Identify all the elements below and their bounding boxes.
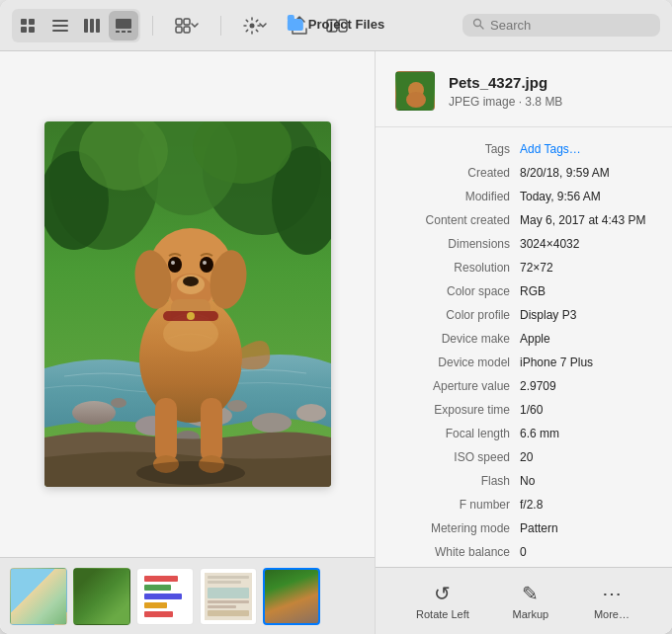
svg-rect-12 bbox=[122, 31, 126, 33]
separator-2 bbox=[220, 16, 221, 36]
meta-value: 6.6 mm bbox=[520, 425, 656, 442]
meta-label: Tags bbox=[391, 140, 520, 158]
svg-rect-1 bbox=[29, 19, 35, 25]
meta-value: Apple bbox=[520, 330, 656, 348]
title-bar: Project Files bbox=[0, 0, 672, 51]
meta-label: ISO speed bbox=[391, 448, 520, 466]
markup-label: Markup bbox=[513, 608, 549, 620]
meta-label: Device model bbox=[391, 354, 520, 371]
svg-point-36 bbox=[111, 398, 126, 408]
meta-value[interactable]: Add Tags… bbox=[520, 140, 656, 158]
markup-icon: ✎ bbox=[522, 582, 539, 605]
meta-label: Dimensions bbox=[391, 235, 520, 253]
meta-label: Focal length bbox=[391, 425, 520, 442]
left-panel bbox=[0, 51, 376, 634]
svg-point-45 bbox=[200, 257, 213, 273]
meta-value: iPhone 7 Plus bbox=[520, 354, 656, 371]
meta-label: Aperture value bbox=[391, 377, 520, 395]
meta-row: Aperture value2.9709 bbox=[391, 374, 656, 398]
thumbnail-3[interactable] bbox=[136, 568, 194, 625]
metadata-section: TagsAdd Tags…Created8/20/18, 9:59 AMModi… bbox=[376, 127, 672, 567]
meta-value: Today, 9:56 AM bbox=[520, 188, 656, 205]
file-subtitle: JPEG image · 3.8 MB bbox=[449, 95, 562, 109]
svg-rect-8 bbox=[90, 19, 94, 33]
svg-rect-17 bbox=[184, 27, 190, 33]
meta-label: Exposure time bbox=[391, 401, 520, 419]
svg-rect-10 bbox=[116, 19, 131, 29]
svg-rect-0 bbox=[21, 19, 27, 25]
more-button[interactable]: ⋯More… bbox=[582, 576, 641, 626]
meta-row: Dimensions3024×4032 bbox=[391, 232, 656, 256]
svg-point-55 bbox=[163, 316, 218, 352]
window-title: Project Files bbox=[288, 17, 384, 32]
list-view-btn[interactable] bbox=[45, 11, 75, 40]
rotate-left-button[interactable]: ↺Rotate Left bbox=[406, 576, 479, 626]
meta-label: Metering mode bbox=[391, 519, 520, 537]
thumbnail-5[interactable] bbox=[263, 568, 320, 625]
view-options-btn[interactable] bbox=[165, 11, 209, 40]
svg-rect-51 bbox=[155, 398, 177, 462]
main-window: Project Files bbox=[0, 0, 672, 634]
svg-rect-11 bbox=[116, 31, 120, 33]
svg-rect-14 bbox=[176, 19, 182, 25]
file-info: Pets_4327.jpg JPEG image · 3.8 MB bbox=[449, 73, 562, 109]
svg-rect-3 bbox=[29, 27, 35, 33]
svg-rect-52 bbox=[201, 398, 222, 462]
meta-value: 8/20/18, 9:59 AM bbox=[520, 164, 656, 182]
meta-row: Device modeliPhone 7 Plus bbox=[391, 351, 656, 374]
meta-row: ISO speed20 bbox=[391, 445, 656, 469]
meta-label: Modified bbox=[391, 188, 520, 205]
settings-btn[interactable] bbox=[233, 11, 277, 40]
thumbnail-strip bbox=[0, 557, 375, 634]
svg-point-34 bbox=[252, 413, 292, 433]
dog-photo-svg bbox=[44, 121, 331, 487]
meta-row: Resolution72×72 bbox=[391, 256, 656, 279]
meta-row: ModifiedToday, 9:56 AM bbox=[391, 185, 656, 208]
meta-row: Created8/20/18, 9:59 AM bbox=[391, 161, 656, 185]
markup-button[interactable]: ✎Markup bbox=[501, 576, 560, 626]
search-bar[interactable] bbox=[462, 14, 660, 37]
meta-value: 2.9709 bbox=[520, 377, 656, 395]
meta-value: Pattern bbox=[520, 519, 656, 537]
meta-label: Color profile bbox=[391, 306, 520, 324]
thumbnail-4[interactable] bbox=[200, 568, 257, 625]
meta-label: Color space bbox=[391, 282, 520, 300]
svg-point-43 bbox=[183, 277, 199, 286]
thumbnail-2[interactable] bbox=[73, 568, 130, 625]
meta-label: F number bbox=[391, 496, 520, 514]
column-view-btn[interactable] bbox=[77, 11, 107, 40]
icon-view-btn[interactable] bbox=[14, 11, 43, 40]
meta-value: 0 bbox=[520, 543, 656, 561]
meta-label: Flash bbox=[391, 472, 520, 490]
svg-rect-13 bbox=[127, 31, 131, 33]
file-header: Pets_4327.jpg JPEG image · 3.8 MB bbox=[376, 51, 672, 127]
svg-rect-9 bbox=[96, 19, 100, 33]
rotate-left-label: Rotate Left bbox=[416, 608, 469, 620]
file-thumbnail bbox=[395, 71, 435, 111]
meta-value: 3024×4032 bbox=[520, 235, 656, 253]
svg-point-58 bbox=[136, 461, 245, 485]
gallery-view-btn[interactable] bbox=[109, 11, 138, 40]
meta-label: Device make bbox=[391, 330, 520, 348]
svg-point-37 bbox=[227, 400, 247, 412]
svg-rect-2 bbox=[21, 27, 27, 33]
meta-row: Color profileDisplay P3 bbox=[391, 303, 656, 327]
meta-row: TagsAdd Tags… bbox=[391, 137, 656, 161]
meta-value: No bbox=[520, 472, 656, 490]
meta-row: White balance0 bbox=[391, 540, 656, 564]
main-content: Pets_4327.jpg JPEG image · 3.8 MB TagsAd… bbox=[0, 51, 672, 634]
meta-value: RGB bbox=[520, 282, 656, 300]
more-label: More… bbox=[594, 608, 630, 620]
meta-row: Exposure time1/60 bbox=[391, 398, 656, 422]
search-input[interactable] bbox=[490, 18, 650, 33]
view-mode-group bbox=[12, 9, 140, 42]
thumbnail-1[interactable] bbox=[10, 568, 67, 625]
svg-point-57 bbox=[187, 312, 195, 320]
meta-value: 72×72 bbox=[520, 259, 656, 277]
svg-rect-6 bbox=[52, 30, 68, 32]
meta-row: F numberf/2.8 bbox=[391, 493, 656, 516]
file-name: Pets_4327.jpg bbox=[449, 73, 562, 93]
meta-label: White balance bbox=[391, 543, 520, 561]
image-preview-area bbox=[0, 51, 375, 557]
svg-rect-15 bbox=[176, 27, 182, 33]
